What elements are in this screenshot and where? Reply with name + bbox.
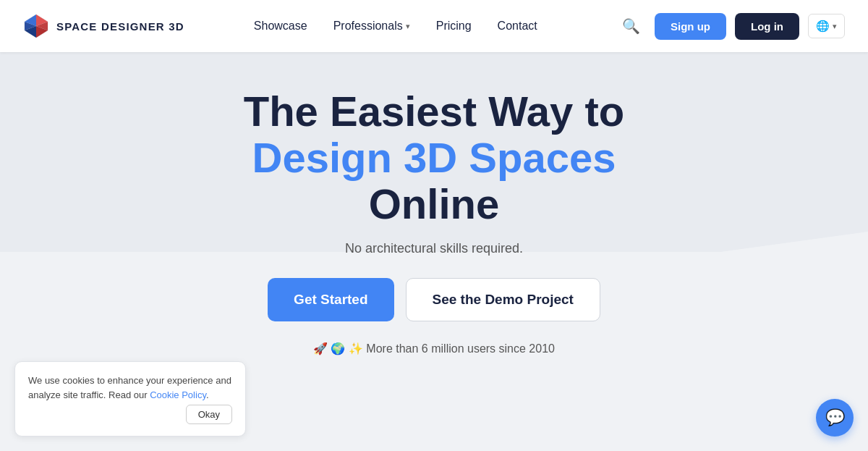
- get-started-button[interactable]: Get Started: [268, 278, 393, 321]
- professionals-chevron-icon: ▾: [406, 22, 410, 31]
- hero-title-line1: The Easiest Way to: [244, 88, 624, 135]
- cookie-suffix: .: [206, 389, 209, 400]
- nav-pricing[interactable]: Pricing: [425, 14, 483, 38]
- language-button[interactable]: 🌐 ▾: [808, 14, 845, 38]
- logo[interactable]: SPACE DESIGNER 3D: [23, 13, 184, 39]
- hero-section: The Easiest Way to Design 3D Spaces Onli…: [0, 52, 868, 451]
- signup-button[interactable]: Sign up: [655, 13, 726, 40]
- chat-icon: 💬: [825, 408, 845, 427]
- search-icon: 🔍: [622, 18, 640, 34]
- logo-icon: [23, 13, 49, 39]
- nav-right: 🔍 Sign up Log in 🌐 ▾: [616, 12, 845, 41]
- nav-contact[interactable]: Contact: [486, 14, 549, 38]
- hero-buttons: Get Started See the Demo Project: [244, 278, 624, 321]
- nav-professionals[interactable]: Professionals ▾: [322, 14, 422, 38]
- hero-title: The Easiest Way to Design 3D Spaces Onli…: [244, 88, 624, 227]
- social-proof: 🚀 🌍 ✨ More than 6 million users since 20…: [244, 342, 624, 355]
- demo-button[interactable]: See the Demo Project: [406, 278, 600, 321]
- nav-links: Showcase Professionals ▾ Pricing Contact: [242, 14, 616, 38]
- login-button[interactable]: Log in: [735, 13, 799, 40]
- lang-chevron-icon: ▾: [833, 22, 837, 31]
- hero-content: The Easiest Way to Design 3D Spaces Onli…: [244, 88, 624, 355]
- cookie-okay-button[interactable]: Okay: [186, 405, 232, 424]
- hero-subtitle: No architectural skills required.: [244, 241, 624, 256]
- cookie-policy-link[interactable]: Cookie Policy: [150, 389, 206, 400]
- globe-icon: 🌐: [816, 20, 830, 33]
- hero-title-line2: Design 3D Spaces: [252, 134, 616, 181]
- navbar: SPACE DESIGNER 3D Showcase Professionals…: [0, 0, 868, 52]
- hero-title-line3: Online: [369, 180, 499, 227]
- search-button[interactable]: 🔍: [616, 12, 646, 41]
- chat-button[interactable]: 💬: [816, 399, 854, 437]
- cookie-banner: We use cookies to enhance your experienc…: [14, 361, 246, 437]
- logo-text: SPACE DESIGNER 3D: [56, 20, 184, 33]
- nav-showcase[interactable]: Showcase: [242, 14, 319, 38]
